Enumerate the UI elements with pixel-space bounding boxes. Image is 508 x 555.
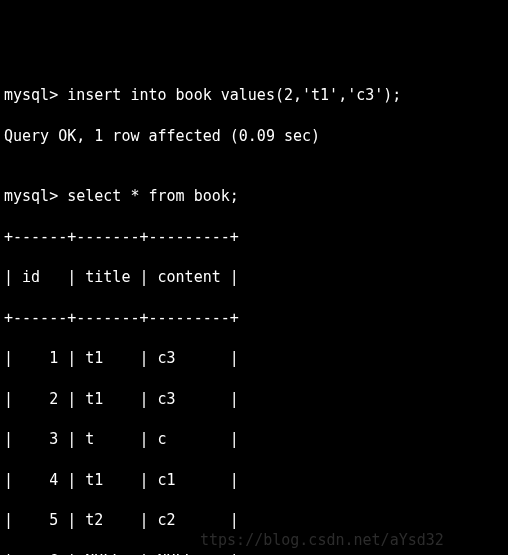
- select-all-statement: mysql> select * from book;: [4, 186, 508, 206]
- table-row: | 4 | t1 | c1 |: [4, 470, 508, 490]
- table-row: | 6 | NULL | NULL |: [4, 551, 508, 555]
- table-row: | 3 | t | c |: [4, 429, 508, 449]
- insert-result: Query OK, 1 row affected (0.09 sec): [4, 126, 508, 146]
- table1-border-top: +------+-------+---------+: [4, 227, 508, 247]
- insert-statement: mysql> insert into book values(2,'t1','c…: [4, 85, 508, 105]
- table-row: | 1 | t1 | c3 |: [4, 348, 508, 368]
- table-row: | 5 | t2 | c2 |: [4, 510, 508, 530]
- table1-header: | id | title | content |: [4, 267, 508, 287]
- table1-border-mid: +------+-------+---------+: [4, 308, 508, 328]
- watermark-text: ttps://blog.csdn.net/aYsd32: [200, 530, 444, 550]
- table-row: | 2 | t1 | c3 |: [4, 389, 508, 409]
